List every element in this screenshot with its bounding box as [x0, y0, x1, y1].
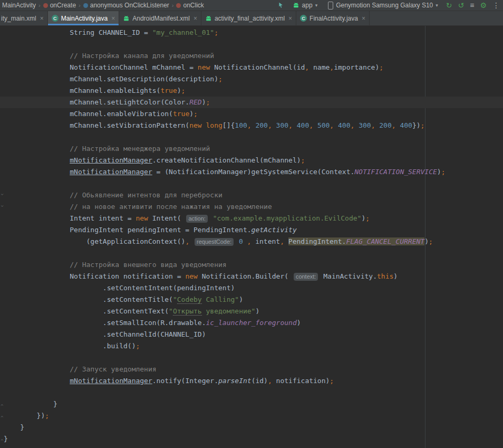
code-line[interactable]: // Настройка менеджера уведомлений: [0, 143, 503, 155]
code-line[interactable]: [0, 131, 503, 143]
tab-AndroidManifest.xml[interactable]: AndroidManifest.xml×: [119, 11, 201, 25]
code-line[interactable]: [0, 352, 503, 364]
fold-marker-icon[interactable]: ›: [0, 193, 5, 198]
fold-marker-icon[interactable]: ›: [0, 437, 5, 442]
code-line[interactable]: mChannel.setLightColor(Color.RED);: [0, 97, 503, 108]
code-line[interactable]: // на новое активити после нажатия на ув…: [0, 201, 503, 213]
code-line[interactable]: .setContentTitle("Codeby Calling"): [0, 294, 503, 306]
code-line[interactable]: mNotificationManager = (NotificationMana…: [0, 166, 503, 178]
tab-label: ity_main.xml: [1, 15, 36, 22]
tab-close-icon[interactable]: ×: [40, 15, 44, 22]
code-area[interactable]: String CHANNEL_ID = "my_channel_01"; // …: [0, 26, 503, 445]
code-line[interactable]: .setContentText("Открыть уведомление"): [0, 306, 503, 317]
code-line[interactable]: PendingIntent pendingIntent = PendingInt…: [0, 224, 503, 236]
code-line[interactable]: // Настройка внешнего вида уведомления: [0, 259, 503, 271]
code-line[interactable]: (getApplicationContext(), requestCode: 0…: [0, 236, 503, 247]
breadcrumb-item[interactable]: anonymous OnClickListener: [82, 2, 170, 9]
more-icon[interactable]: ⋮: [492, 2, 500, 9]
run-toolbar: app ▾ Genymotion Samsung Galaxy S10 ▾ ↻↺…: [278, 1, 501, 10]
breadcrumb-item[interactable]: onClick: [175, 2, 205, 9]
inlay-hint: context:: [294, 273, 318, 281]
tab-ity_main.xml[interactable]: ity_main.xml×: [0, 11, 48, 25]
code-line[interactable]: [0, 387, 503, 398]
android-icon: [123, 15, 130, 22]
inlay-hint: requestCode:: [195, 238, 234, 246]
run-icon[interactable]: ↺: [458, 2, 465, 9]
navigation-bar: MainActivity›onCreate›anonymous OnClickL…: [0, 0, 503, 11]
code-line[interactable]: .setContentIntent(pendingIntent): [0, 282, 503, 294]
run-configuration-label: app: [302, 2, 313, 9]
tab-FinalActtivity.java[interactable]: CFinalActtivity.java×: [296, 11, 370, 25]
code-line[interactable]: mNotificationManager.createNotificationC…: [0, 155, 503, 166]
editor-tabs: ity_main.xml×CMainActivity.java×AndroidM…: [0, 11, 503, 26]
chevron-down-icon: ▾: [436, 3, 438, 8]
breadcrumb-separator-icon: ›: [38, 2, 41, 8]
android-icon: [293, 2, 299, 8]
inlay-hint: action:: [186, 215, 207, 223]
anonymous-class-icon: [83, 3, 88, 8]
profiler-icon[interactable]: ≡: [470, 2, 474, 9]
fold-marker-icon[interactable]: ›: [0, 414, 5, 418]
breadcrumb-item[interactable]: onCreate: [42, 2, 77, 9]
code-line[interactable]: Notification notification = new Notifica…: [0, 271, 503, 282]
chevron-down-icon: ▾: [315, 3, 318, 8]
code-line[interactable]: [0, 247, 503, 259]
device-select[interactable]: Genymotion Samsung Galaxy S10 ▾: [325, 1, 441, 10]
method-icon: [176, 3, 181, 8]
code-line[interactable]: });: [0, 410, 503, 422]
device-label: Genymotion Samsung Galaxy S10: [336, 2, 433, 9]
code-line[interactable]: mChannel.enableVibration(true);: [0, 108, 503, 120]
phone-icon: [328, 2, 333, 9]
tab-MainActivity.java[interactable]: CMainActivity.java×: [48, 11, 120, 25]
class-icon: C: [52, 15, 59, 22]
breadcrumb-label: anonymous OnClickListener: [90, 2, 169, 9]
code-line[interactable]: mNotificationManager.notify(Integer.pars…: [0, 375, 503, 387]
code-line[interactable]: mChannel.setDescription(description);: [0, 73, 503, 85]
breadcrumb-label: MainActivity: [2, 2, 36, 9]
settings-icon[interactable]: ⚙: [480, 2, 487, 9]
tab-close-icon[interactable]: ×: [288, 15, 292, 22]
code-line[interactable]: }: [0, 422, 503, 433]
code-line[interactable]: .build();: [0, 340, 503, 352]
code-line[interactable]: String CHANNEL_ID = "my_channel_01";: [0, 27, 503, 39]
run-configuration-select[interactable]: app ▾: [290, 1, 321, 9]
tab-label: AndroidManifest.xml: [132, 15, 190, 22]
tab-label: FinalActtivity.java: [309, 15, 358, 22]
code-line[interactable]: // Обьявление интентов для переброски: [0, 189, 503, 201]
tab-activity_final_acttivity.xml[interactable]: activity_final_acttivity.xml×: [201, 11, 296, 25]
tab-close-icon[interactable]: ×: [111, 15, 115, 22]
code-editor[interactable]: String CHANNEL_ID = "my_channel_01"; // …: [0, 26, 503, 448]
breadcrumb-label: onClick: [183, 2, 204, 9]
fold-marker-icon[interactable]: ›: [0, 205, 5, 209]
code-line[interactable]: .setChannelId(CHANNEL_ID): [0, 329, 503, 340]
code-line[interactable]: mChannel.setVibrationPattern(new long[]{…: [0, 120, 503, 131]
breadcrumb-separator-icon: ›: [171, 2, 175, 8]
tab-label: MainActivity.java: [61, 15, 108, 22]
code-line[interactable]: .setSmallIcon(R.drawable.ic_launcher_for…: [0, 317, 503, 329]
fold-marker-icon[interactable]: ›: [0, 402, 5, 407]
code-line[interactable]: // Настройка канала для уведомлений: [0, 50, 503, 62]
tab-label: activity_final_acttivity.xml: [215, 15, 285, 22]
toolbar-icons: ↻↺≡⚙⋮: [446, 2, 501, 9]
breadcrumb-item[interactable]: MainActivity: [1, 2, 37, 9]
tab-close-icon[interactable]: ×: [362, 15, 365, 22]
class-icon: C: [300, 15, 307, 22]
code-line[interactable]: Intent intent = new Intent( action: "com…: [0, 213, 503, 224]
sync-icon[interactable]: ↻: [446, 2, 452, 9]
breadcrumb-separator-icon: ›: [78, 2, 81, 8]
code-line[interactable]: NotificationChannel mChannel = new Notif…: [0, 62, 503, 73]
code-line[interactable]: mChannel.enableLights(true);: [0, 85, 503, 97]
code-line[interactable]: }: [0, 398, 503, 410]
method-icon: [43, 3, 48, 8]
code-line[interactable]: // Запуск уведомления: [0, 364, 503, 375]
cursor-icon[interactable]: [278, 2, 285, 9]
breadcrumb-label: onCreate: [50, 2, 76, 9]
code-line[interactable]: [0, 178, 503, 189]
tab-close-icon[interactable]: ×: [194, 15, 197, 22]
code-line[interactable]: [0, 39, 503, 50]
code-line[interactable]: }: [0, 433, 503, 445]
android-icon: [205, 15, 212, 22]
breadcrumb: MainActivity›onCreate›anonymous OnClickL…: [1, 2, 205, 9]
